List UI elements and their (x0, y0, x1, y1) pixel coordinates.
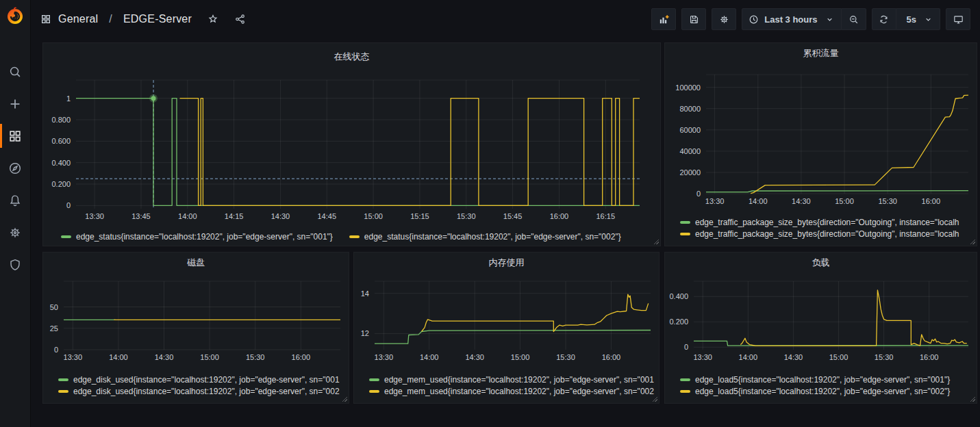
legend-item[interactable]: edge_disk_used{instance="localhost:19202… (58, 375, 349, 385)
time-range-label: Last 3 hours (764, 14, 817, 25)
svg-text:14:15: 14:15 (225, 212, 244, 220)
svg-text:15:00: 15:00 (511, 353, 530, 361)
svg-text:12: 12 (361, 329, 369, 337)
tv-mode-button[interactable] (946, 8, 970, 30)
plus-icon (8, 96, 23, 112)
legend-label: edge_load5{instance="localhost:19202", j… (695, 387, 950, 396)
panel-title[interactable]: 负载 (665, 253, 977, 273)
zoom-out-time-button[interactable] (842, 8, 866, 30)
sidebar-item-create[interactable] (0, 88, 31, 120)
svg-text:16:00: 16:00 (602, 353, 621, 361)
panel-disk: 磁盘 13:3014:0014:3015:0015:3016:0002550 e… (42, 252, 349, 404)
legend-item[interactable]: edge_mem_used{instance="localhost:19202"… (369, 387, 659, 396)
legend-label: edge_load5{instance="localhost:19202", j… (695, 375, 950, 385)
panel-resize-handle[interactable] (970, 396, 975, 402)
sidebar-item-alerting[interactable] (0, 184, 31, 216)
svg-text:14:00: 14:00 (739, 353, 758, 361)
svg-text:0: 0 (696, 190, 701, 198)
panel-resize-handle[interactable] (970, 239, 975, 244)
legend-label: edge_disk_used{instance="localhost:19202… (73, 387, 340, 396)
breadcrumb-dashboard-title[interactable]: EDGE-Server (123, 13, 192, 25)
alerting-bell-icon (8, 193, 23, 208)
svg-text:0: 0 (684, 343, 688, 351)
legend-label: edge_mem_used{instance="localhost:19202"… (384, 375, 654, 385)
panel-load: 负载 13:3014:0014:3015:0015:3016:0000.2000… (664, 252, 977, 404)
panel-title[interactable]: 内存使用 (354, 253, 659, 273)
svg-text:16:00: 16:00 (292, 353, 311, 361)
chart-legend: edge_disk_used{instance="localhost:19202… (43, 366, 349, 404)
online-status-chart[interactable]: 13:3013:4514:0014:1514:3014:4515:0015:15… (43, 70, 660, 227)
refresh-interval-button[interactable]: 5s (896, 8, 940, 30)
legend-swatch-icon (680, 390, 690, 393)
memory-usage-chart[interactable]: 13:3014:0014:3015:0015:3016:001214 (354, 273, 659, 366)
legend-item[interactable]: edge_traffic_package_size_bytes{directio… (680, 229, 977, 239)
dashboards-icon (8, 129, 23, 144)
svg-text:14:45: 14:45 (318, 212, 337, 220)
add-panel-button[interactable] (651, 8, 676, 30)
panel-resize-handle[interactable] (653, 239, 659, 244)
svg-text:15:00: 15:00 (364, 212, 383, 220)
legend-item[interactable]: edge_status{instance="localhost:19202", … (61, 232, 333, 242)
svg-text:16:00: 16:00 (920, 353, 939, 361)
legend-swatch-icon (349, 235, 360, 238)
svg-text:15:30: 15:30 (457, 212, 476, 220)
dashboard-settings-button[interactable] (712, 8, 736, 30)
refresh-button[interactable] (872, 8, 896, 30)
legend-swatch-icon (680, 221, 690, 224)
legend-item[interactable]: edge_mem_used{instance="localhost:19202"… (369, 375, 659, 385)
svg-text:15:00: 15:00 (835, 197, 854, 205)
svg-text:14:30: 14:30 (155, 353, 174, 361)
dashboard-toolbar: Last 3 hours (651, 8, 970, 30)
refresh-group: 5s (872, 8, 940, 30)
breadcrumb-folder[interactable]: General (58, 13, 98, 25)
legend-label: edge_traffic_package_size_bytes{directio… (695, 229, 959, 239)
grafana-logo[interactable] (0, 0, 31, 31)
svg-text:13:30: 13:30 (705, 197, 725, 205)
load-chart[interactable]: 13:3014:0014:3015:0015:3016:0000.2000.40… (665, 273, 977, 366)
panel-title[interactable]: 磁盘 (43, 253, 349, 273)
panel-resize-handle[interactable] (652, 396, 657, 402)
panel-title[interactable]: 在线状态 (43, 43, 660, 70)
panel-online-status: 在线状态 13:3013:4514:0014:1514:3014:4515:00… (42, 42, 661, 246)
cumulative-traffic-chart[interactable]: 13:3014:0014:3015:0015:3016:000200004000… (665, 64, 977, 209)
explore-compass-icon (8, 161, 23, 176)
chart-legend: edge_status{instance="localhost:19202", … (43, 227, 660, 247)
share-icon[interactable] (234, 13, 247, 25)
legend-item[interactable]: edge_traffic_package_size_bytes{directio… (680, 218, 977, 227)
legend-item[interactable]: edge_status{instance="localhost:19202", … (349, 232, 621, 242)
legend-label: edge_status{instance="localhost:19202", … (76, 232, 333, 242)
dashboard-header: General / EDGE-Server (31, 0, 980, 38)
legend-swatch-icon (369, 390, 379, 393)
panel-title[interactable]: 累积流量 (665, 43, 977, 64)
sidebar-item-explore[interactable] (0, 152, 31, 184)
legend-item[interactable]: edge_disk_used{instance="localhost:19202… (58, 387, 349, 396)
svg-text:14:30: 14:30 (784, 353, 803, 361)
svg-text:16:15: 16:15 (596, 212, 615, 220)
legend-item[interactable]: edge_load5{instance="localhost:19202", j… (680, 387, 977, 396)
configuration-gear-icon (8, 225, 23, 240)
svg-text:14:00: 14:00 (420, 353, 439, 361)
panel-cumulative-traffic: 累积流量 13:3014:0014:3015:0015:3016:0002000… (664, 42, 977, 246)
legend-item[interactable]: edge_load5{instance="localhost:19202", j… (680, 375, 977, 385)
sidebar-item-server-admin[interactable] (0, 248, 31, 281)
svg-text:16:00: 16:00 (922, 197, 941, 205)
disk-chart[interactable]: 13:3014:0014:3015:0015:3016:0002550 (43, 273, 349, 366)
svg-text:13:30: 13:30 (64, 353, 83, 361)
svg-text:0.400: 0.400 (669, 292, 688, 300)
legend-label: edge_traffic_package_size_bytes{directio… (695, 218, 959, 227)
chart-legend: edge_load5{instance="localhost:19202", j… (665, 366, 977, 404)
save-dashboard-button[interactable] (681, 8, 706, 30)
svg-text:14: 14 (361, 289, 369, 298)
svg-text:0.800: 0.800 (51, 116, 71, 124)
time-range-button[interactable]: Last 3 hours (742, 8, 841, 30)
panel-resize-handle[interactable] (342, 396, 347, 402)
svg-text:15:00: 15:00 (829, 353, 849, 361)
sidebar-item-dashboards[interactable] (0, 120, 31, 152)
sidebar-item-search[interactable] (0, 55, 31, 88)
zoom-out-icon (848, 14, 859, 25)
sidebar-item-configuration[interactable] (0, 216, 31, 248)
breadcrumb: General / EDGE-Server (40, 13, 247, 25)
svg-text:13:30: 13:30 (85, 212, 104, 220)
svg-text:0.600: 0.600 (51, 137, 71, 145)
favorite-star-icon[interactable] (207, 13, 219, 25)
